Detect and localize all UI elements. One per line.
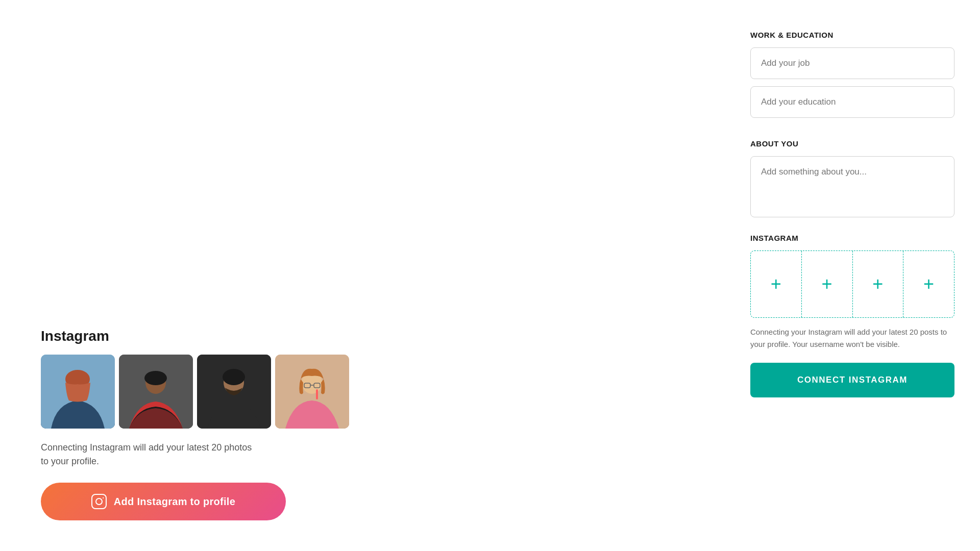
about-section: ABOUT YOU: [750, 139, 954, 219]
instagram-placeholder-1[interactable]: +: [751, 251, 802, 317]
connect-instagram-label: CONNECT INSTAGRAM: [797, 375, 908, 385]
job-input[interactable]: [750, 47, 954, 79]
photo-4: [275, 355, 349, 429]
photo-2: [119, 355, 193, 429]
instagram-placeholder-4[interactable]: +: [903, 251, 954, 317]
plus-icon-2: +: [822, 275, 832, 293]
about-textarea[interactable]: [750, 156, 954, 217]
plus-icon-3: +: [872, 275, 883, 293]
left-panel: Instagram: [0, 0, 725, 551]
work-education-title: WORK & EDUCATION: [750, 31, 954, 39]
plus-icon-4: +: [923, 275, 934, 293]
connect-instagram-button[interactable]: CONNECT INSTAGRAM: [750, 363, 954, 397]
right-panel: WORK & EDUCATION ABOUT YOU INSTAGRAM + +…: [725, 0, 980, 551]
photo-grid: [41, 355, 684, 429]
page-container: Instagram: [0, 0, 980, 551]
svg-rect-14: [316, 389, 318, 399]
instagram-photo-placeholders: + + + +: [750, 251, 954, 318]
instagram-placeholder-3[interactable]: +: [853, 251, 904, 317]
add-instagram-label: Add Instagram to profile: [114, 496, 235, 508]
photo-3: [197, 355, 271, 429]
instagram-heading: Instagram: [41, 328, 684, 344]
instagram-section: Instagram: [41, 328, 684, 520]
instagram-icon: [91, 494, 107, 509]
plus-icon-1: +: [771, 275, 781, 293]
instagram-right-title: INSTAGRAM: [750, 234, 954, 242]
education-input[interactable]: [750, 86, 954, 118]
svg-point-8: [223, 369, 245, 385]
instagram-description: Connecting Instagram will add your lates…: [41, 441, 255, 468]
instagram-placeholder-2[interactable]: +: [802, 251, 853, 317]
instagram-right-section: INSTAGRAM + + + + Connecting your Instag…: [750, 234, 954, 397]
photo-1: [41, 355, 115, 429]
svg-point-5: [144, 371, 167, 385]
about-title: ABOUT YOU: [750, 139, 954, 148]
add-instagram-button[interactable]: Add Instagram to profile: [41, 483, 286, 520]
instagram-note: Connecting your Instagram will add your …: [750, 326, 954, 350]
work-education-section: WORK & EDUCATION: [750, 31, 954, 125]
